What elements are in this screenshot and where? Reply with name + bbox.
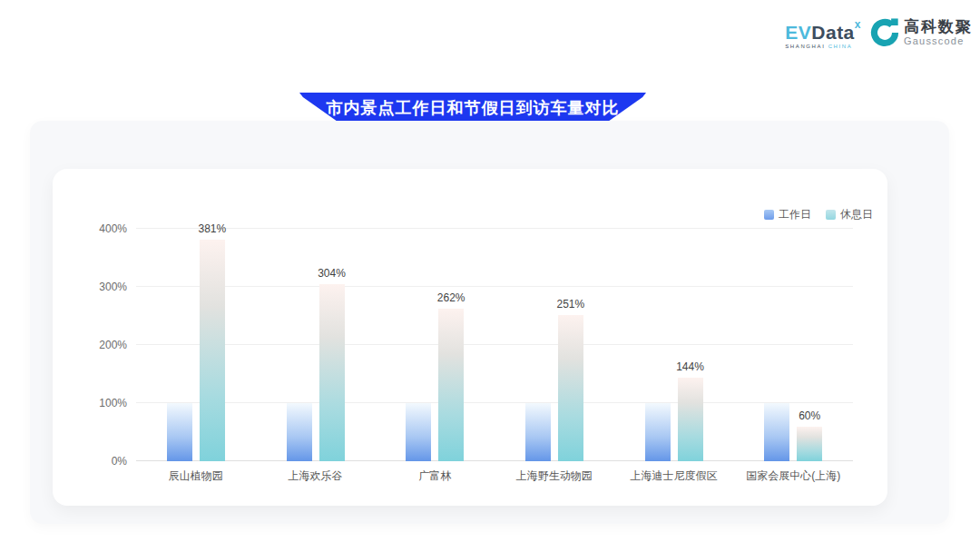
evdata-shanghai-text: SHANGHAI <box>785 44 825 49</box>
evdata-data-text: Data <box>811 22 855 43</box>
x-axis-category-label: 上海欢乐谷 <box>252 468 379 484</box>
bar-工作日-辰山植物园 <box>167 403 192 461</box>
gausscode-logo: 高科数聚 Gausscode <box>870 18 973 47</box>
page: { "header": { "evdata_logo": { "ev": "EV… <box>0 0 980 552</box>
header-logos: EVDatax SHANGHAI CHINA 高科数聚 Gausscode <box>785 18 973 49</box>
bar-休息日-广富林 <box>438 309 464 461</box>
x-axis-category-label: 辰山植物园 <box>132 468 260 484</box>
evdata-x-mark: x <box>855 18 861 31</box>
bar-休息日-上海迪士尼度假区 <box>678 378 703 461</box>
evdata-logo-subtext: SHANGHAI CHINA <box>785 44 861 49</box>
legend-label-workday: 工作日 <box>779 207 811 222</box>
legend-item-restday: 休息日 <box>826 207 873 222</box>
bar-工作日-上海欢乐谷 <box>287 403 312 461</box>
evdata-ev-text: EV <box>785 22 811 43</box>
gausscode-en-text: Gausscode <box>904 35 973 46</box>
evdata-china-text: CHINA <box>828 44 853 49</box>
y-axis-tick: 200% <box>82 339 127 351</box>
bar-value-label: 251% <box>542 298 600 310</box>
legend-swatch-workday <box>764 210 774 220</box>
y-axis-tick: 0% <box>82 455 127 468</box>
bar-工作日-广富林 <box>406 403 431 461</box>
bar-工作日-上海迪士尼度假区 <box>645 403 671 461</box>
x-axis-category-label: 广富林 <box>371 468 498 484</box>
evdata-logo-text: EVDatax <box>785 23 861 42</box>
bar-工作日-上海野生动物园 <box>525 403 551 461</box>
bar-value-label: 262% <box>422 291 480 304</box>
y-axis-tick: 100% <box>82 397 127 409</box>
x-axis-category-label: 上海野生动物园 <box>491 468 618 484</box>
gausscode-g-icon <box>870 18 899 47</box>
bar-value-label: 381% <box>183 222 241 235</box>
bar-休息日-上海欢乐谷 <box>319 284 345 461</box>
gridline <box>136 228 853 229</box>
plot-area: 0%100%200%300%400%381%辰山植物园304%上海欢乐谷262%… <box>136 229 853 461</box>
gausscode-logo-text: 高科数聚 Gausscode <box>904 19 973 47</box>
x-axis-line <box>136 460 853 461</box>
bar-value-label: 144% <box>662 360 720 373</box>
chart-legend: 工作日 休息日 <box>764 207 873 222</box>
legend-item-workday: 工作日 <box>764 207 811 222</box>
legend-label-restday: 休息日 <box>840 207 873 222</box>
gridline <box>136 344 853 345</box>
gausscode-cn-text: 高科数聚 <box>904 19 973 36</box>
legend-swatch-restday <box>826 210 836 220</box>
bar-value-label: 60% <box>780 409 838 422</box>
gridline <box>136 402 853 403</box>
gridline <box>136 286 853 287</box>
x-axis-category-label: 国家会展中心(上海) <box>730 468 857 484</box>
bar-value-label: 304% <box>303 267 361 280</box>
x-axis-category-label: 上海迪士尼度假区 <box>611 468 738 484</box>
y-axis-tick: 400% <box>82 222 127 235</box>
bar-休息日-上海野生动物园 <box>558 315 583 461</box>
page-title: 市内景点工作日和节假日到访车量对比 <box>327 97 620 121</box>
evdata-logo: EVDatax SHANGHAI CHINA <box>785 23 861 49</box>
y-axis-tick: 300% <box>82 281 127 293</box>
chart-card: 工作日 休息日 0%100%200%300%400%381%辰山植物园304%上… <box>53 169 887 506</box>
bar-休息日-国家会展中心(上海) <box>797 427 822 461</box>
content-panel: 工作日 休息日 0%100%200%300%400%381%辰山植物园304%上… <box>30 121 949 524</box>
bar-休息日-辰山植物园 <box>200 240 225 461</box>
